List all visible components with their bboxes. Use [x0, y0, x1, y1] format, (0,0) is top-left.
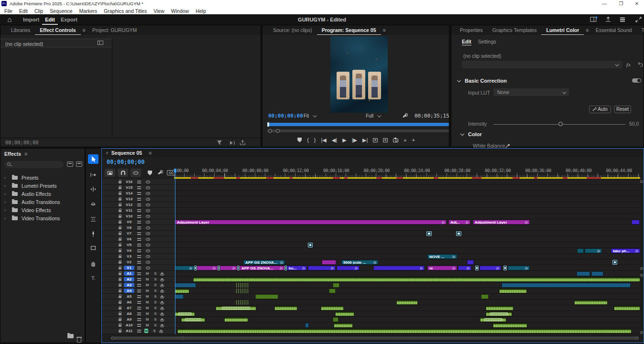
- track-name-v11[interactable]: V11: [124, 208, 134, 213]
- track-lane-a7[interactable]: [175, 305, 640, 311]
- track-lane-v3[interactable]: NOVE ...fx: [175, 254, 640, 259]
- quick-export-icon[interactable]: [604, 16, 612, 23]
- source-patch-icon[interactable]: [137, 226, 141, 229]
- track-name-v3[interactable]: V3: [124, 254, 134, 258]
- menu-item-sequence[interactable]: Sequence: [46, 8, 76, 14]
- lock-icon[interactable]: [119, 227, 121, 229]
- source-patch-icon[interactable]: [137, 198, 141, 201]
- audio-clip[interactable]: [481, 294, 489, 299]
- mute-track-button[interactable]: M: [145, 271, 149, 276]
- razor-tool[interactable]: [88, 199, 98, 208]
- play-around-icon[interactable]: [229, 139, 236, 148]
- track-lane-a11[interactable]: [175, 328, 640, 334]
- track-lane-v13[interactable]: [175, 196, 640, 202]
- source-patch-icon[interactable]: [137, 278, 141, 281]
- track-lane-v15[interactable]: [175, 185, 640, 191]
- type-tool[interactable]: T.: [88, 273, 98, 282]
- track-lane-v8[interactable]: [175, 225, 640, 231]
- track-header-v10[interactable]: V10: [102, 214, 175, 219]
- subtab-settings[interactable]: Settings: [478, 38, 496, 45]
- panel-menu-icon[interactable]: ≡: [147, 150, 153, 156]
- source-patch-icon[interactable]: [137, 181, 141, 183]
- mute-track-button[interactable]: M: [145, 283, 149, 287]
- source-patch-icon[interactable]: [137, 255, 141, 258]
- timeline-horizontal-scrollbar[interactable]: [109, 336, 640, 340]
- video-clip[interactable]: Adjustment Layerfx: [473, 220, 530, 225]
- lock-icon[interactable]: [119, 261, 121, 264]
- track-header-v12[interactable]: V12: [102, 202, 175, 208]
- lock-icon[interactable]: [119, 330, 121, 333]
- mute-track-button[interactable]: M: [145, 323, 149, 327]
- new-custom-bin-icon[interactable]: [67, 161, 73, 167]
- tab-project-gurugym[interactable]: Project: GURUGYM: [87, 25, 142, 35]
- playhead[interactable]: [175, 169, 175, 334]
- track-lane-v16[interactable]: [175, 179, 640, 185]
- track-lane-v5[interactable]: [175, 242, 640, 248]
- video-clip[interactable]: [632, 220, 640, 225]
- source-patch-icon[interactable]: [137, 215, 141, 218]
- effects-folder-audio-effects[interactable]: ›Audio Effects: [0, 190, 85, 198]
- source-patch-icon[interactable]: [137, 209, 141, 212]
- monitor-settings-wrench-icon[interactable]: [402, 113, 407, 118]
- timeline-ruler[interactable]: :00;0000;00;04;0000;00;08;0000;00;12;000…: [174, 168, 640, 177]
- mute-track-button[interactable]: M: [145, 294, 149, 299]
- audio-clip[interactable]: [236, 289, 248, 293]
- workspace-tab-export[interactable]: Export: [58, 14, 80, 25]
- lock-icon[interactable]: [119, 267, 121, 269]
- track-lane-a6[interactable]: [175, 300, 640, 305]
- lock-icon[interactable]: [119, 256, 121, 258]
- lock-icon[interactable]: [119, 284, 121, 287]
- tab-text[interactable]: Text: [637, 25, 644, 35]
- source-patch-icon[interactable]: [137, 330, 141, 333]
- pen-tool[interactable]: [88, 229, 98, 238]
- toggle-track-output-icon[interactable]: [146, 221, 150, 224]
- audio-clip[interactable]: [181, 317, 205, 322]
- rectangle-tool[interactable]: [88, 243, 98, 253]
- toggle-track-output-icon[interactable]: [146, 192, 150, 195]
- solo-track-button[interactable]: S: [153, 312, 157, 316]
- lock-icon[interactable]: [119, 324, 121, 327]
- track-header-a8[interactable]: A8MS: [102, 311, 175, 317]
- step-forward-icon[interactable]: |▶: [352, 136, 357, 144]
- workspace-tab-import[interactable]: Import: [20, 14, 42, 25]
- tab-lumetri-color[interactable]: Lumetri Color: [541, 25, 584, 35]
- track-header-v8[interactable]: V8: [102, 225, 175, 231]
- source-patch-icon[interactable]: [137, 284, 141, 287]
- track-name-v12[interactable]: V12: [124, 203, 134, 207]
- track-header-v9[interactable]: V9: [102, 219, 175, 225]
- solo-track-button[interactable]: S: [153, 289, 157, 293]
- clip-selector-dropdown[interactable]: [462, 61, 622, 68]
- audio-clip[interactable]: [193, 277, 640, 282]
- track-name-a7[interactable]: A7: [124, 306, 134, 310]
- effects-search-input[interactable]: [4, 161, 64, 168]
- go-to-in-icon[interactable]: |◀: [321, 136, 327, 144]
- zoom-handle-right[interactable]: [276, 129, 280, 133]
- source-patch-icon[interactable]: [137, 249, 141, 252]
- more-icon[interactable]: »: [404, 136, 406, 144]
- vertical-zoom-handle[interactable]: [640, 331, 643, 334]
- tab-source-no-clips-[interactable]: Source: (no clips): [268, 25, 317, 35]
- track-header-a9[interactable]: A9MS: [102, 317, 175, 322]
- toggle-track-output-icon[interactable]: [146, 226, 150, 229]
- toggle-track-output-icon[interactable]: [146, 267, 150, 269]
- source-patch-icon[interactable]: [137, 290, 141, 292]
- panel-menu-icon[interactable]: ≡: [381, 27, 388, 33]
- workspaces-icon[interactable]: [590, 16, 598, 23]
- source-patch-icon[interactable]: [137, 312, 141, 315]
- filter-icon[interactable]: [217, 139, 222, 148]
- lock-icon[interactable]: [119, 181, 121, 183]
- lock-icon[interactable]: [119, 221, 121, 224]
- video-clip[interactable]: fx: [220, 266, 237, 270]
- track-name-v2[interactable]: V2: [124, 260, 134, 264]
- mute-track-button[interactable]: M: [145, 312, 149, 316]
- audio-clip[interactable]: [335, 312, 354, 316]
- toggle-track-output-icon[interactable]: [146, 249, 150, 252]
- tab-graphics-templates[interactable]: Graphics Templates: [488, 25, 542, 35]
- color-section[interactable]: Color: [461, 131, 482, 137]
- track-lane-a9[interactable]: [175, 317, 640, 322]
- track-name-v6[interactable]: V6: [124, 237, 134, 241]
- panel-menu-icon[interactable]: ≡: [81, 27, 87, 33]
- voice-over-record-icon[interactable]: [161, 324, 163, 326]
- mark-out-icon[interactable]: }: [314, 136, 316, 144]
- source-patch-icon[interactable]: [137, 221, 141, 224]
